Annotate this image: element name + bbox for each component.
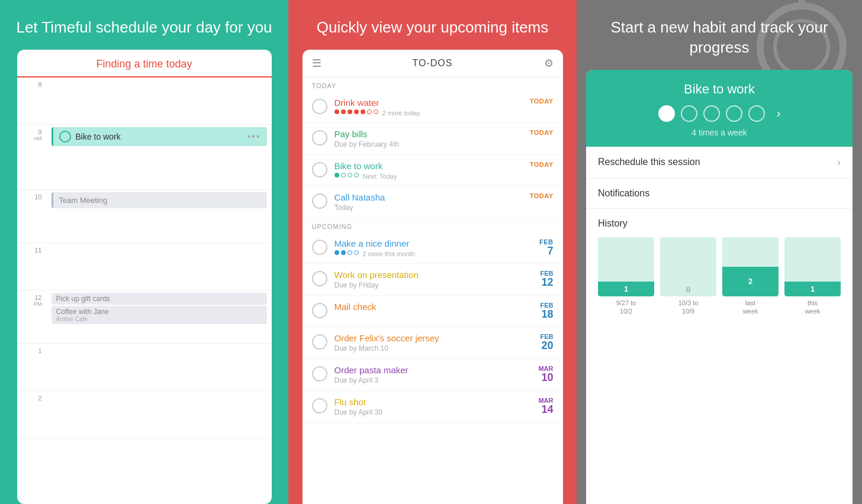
history-week-4: 1 thisweek <box>784 237 841 316</box>
todo-info: Mail check <box>334 302 533 312</box>
todo-flu-shot[interactable]: Flu shot Due by April 30 MAR 14 <box>303 391 563 423</box>
todo-pay-bills[interactable]: Pay bills Due by February 4th TODAY <box>303 123 563 155</box>
todo-name: Make a nice dinner <box>334 238 533 248</box>
todo-info: Make a nice dinner 2 more this month <box>334 238 533 257</box>
todo-dots: 2 more this month <box>334 250 533 257</box>
habit-frequency: 4 times a week <box>598 128 841 137</box>
habit-progress-circles: › <box>598 105 841 122</box>
coffee-event[interactable]: Coffee with Jane Amber Cafe <box>52 306 267 324</box>
schedule-screen: Finding a time today 8 9AM Bike to work … <box>17 50 272 504</box>
panel-habits: Start a new habit and track your progres… <box>577 0 862 504</box>
bar-container-4: 1 <box>784 237 841 296</box>
bike-to-work-event[interactable]: Bike to work ••• <box>52 127 267 146</box>
todo-date: TODAY <box>530 98 554 105</box>
todo-checkbox[interactable] <box>312 334 327 350</box>
todo-call-natasha[interactable]: Call Natasha Today TODAY <box>303 186 563 218</box>
calendar-body: 8 9AM Bike to work ••• 10 <box>17 77 272 438</box>
todo-bike-to-work[interactable]: Bike to work Next: Today TODAY <box>303 155 563 186</box>
todo-name: Order Felix's soccer jersey <box>334 333 533 343</box>
bar-container-3: 2 <box>722 237 779 296</box>
todo-checkbox[interactable] <box>312 162 327 177</box>
time-slot-1: 1 <box>17 344 272 391</box>
reschedule-label: Reschedule this session <box>598 157 837 167</box>
todo-nice-dinner[interactable]: Make a nice dinner 2 more this month FEB… <box>303 232 563 264</box>
time-label-12: 12PM <box>17 290 47 343</box>
todo-info: Order pasta maker Due by April 3 <box>334 365 532 385</box>
todo-date: TODAY <box>530 192 554 199</box>
time-content-11 <box>47 243 272 290</box>
notifications-label: Notifications <box>598 188 649 198</box>
todo-checkbox[interactable] <box>312 271 327 286</box>
time-label-9: 9AM <box>17 125 47 189</box>
menu-icon[interactable]: ☰ <box>312 57 321 70</box>
time-content-1 <box>47 344 272 390</box>
history-section: History 1 9/27 to10/2 0 <box>586 209 853 325</box>
todo-dots: 2 more today <box>334 109 523 117</box>
time-content-2 <box>47 391 272 438</box>
time-label-10: 10 <box>17 190 47 243</box>
todo-name: Work on presentation <box>334 270 533 280</box>
bar-fill-3: 2 <box>722 267 779 296</box>
bar-fill-4: 1 <box>784 282 841 296</box>
time-content-10: Team Meeting <box>47 190 272 243</box>
todo-name: Mail check <box>334 302 533 312</box>
todo-date: FEB 20 <box>541 333 554 352</box>
todo-checkbox[interactable] <box>312 193 327 209</box>
habit-circle-1 <box>658 105 675 122</box>
panel3-title: Start a new habit and track your progres… <box>610 18 828 56</box>
todo-soccer-jersey[interactable]: Order Felix's soccer jersey Due by March… <box>303 327 563 359</box>
todo-info: Bike to work Next: Today <box>334 161 523 180</box>
todo-name: Flu shot <box>334 397 532 407</box>
todo-presentation[interactable]: Work on presentation Due by Friday FEB 1… <box>303 264 563 296</box>
todos-nav-title: TO-DOS <box>321 58 544 69</box>
todo-name: Drink water <box>334 98 523 108</box>
time-label-8: 8 <box>17 77 47 124</box>
panel1-header: Let Timeful schedule your day for you <box>4 0 284 50</box>
reschedule-chevron: › <box>837 156 841 169</box>
reschedule-action[interactable]: Reschedule this session › <box>586 147 853 179</box>
week-label-4: thisweek <box>805 299 821 316</box>
bar-container-2: 0 <box>660 237 716 296</box>
todo-info: Pay bills Due by February 4th <box>334 129 523 148</box>
todo-pasta-maker[interactable]: Order pasta maker Due by April 3 MAR 10 <box>303 359 563 391</box>
todo-checkbox[interactable] <box>312 99 327 114</box>
todos-nav: ☰ TO-DOS ⚙ <box>303 50 563 77</box>
todo-checkbox[interactable] <box>312 366 327 382</box>
todo-date: TODAY <box>530 129 554 136</box>
time-content-9: Bike to work ••• <box>47 125 272 189</box>
todo-name: Call Natasha <box>334 192 523 202</box>
panel1-title: Let Timeful schedule your day for you <box>16 18 272 36</box>
todo-info: Flu shot Due by April 30 <box>334 397 532 416</box>
todo-drink-water[interactable]: Drink water 2 more today TODAY <box>303 92 563 123</box>
time-slot-9: 9AM Bike to work ••• <box>17 125 272 190</box>
team-meeting-event[interactable]: Team Meeting <box>52 192 267 208</box>
settings-icon[interactable]: ⚙ <box>544 57 554 70</box>
week-label-1: 9/27 to10/2 <box>616 299 636 316</box>
todo-info: Order Felix's soccer jersey Due by March… <box>334 333 533 353</box>
todo-name: Bike to work <box>334 161 523 171</box>
gift-cards-title: Pick up gift cards <box>56 295 262 303</box>
schedule-screen-header: Finding a time today <box>17 50 272 77</box>
todo-checkbox[interactable] <box>312 240 327 255</box>
habit-circle-4 <box>726 105 742 122</box>
todo-info: Work on presentation Due by Friday <box>334 270 533 289</box>
todo-name: Order pasta maker <box>334 365 532 375</box>
todo-checkbox[interactable] <box>312 398 327 413</box>
habit-circle-5 <box>748 105 765 122</box>
todo-sub: Due by March 10 <box>334 344 533 353</box>
finding-time-label: Finding a time today <box>29 58 260 70</box>
todo-date: FEB 18 <box>541 302 554 321</box>
todo-checkbox[interactable] <box>312 130 327 146</box>
gift-cards-event[interactable]: Pick up gift cards <box>52 293 267 305</box>
time-slot-12: 12PM Pick up gift cards Coffee with Jane… <box>17 290 272 344</box>
todo-mail-check[interactable]: Mail check FEB 18 <box>303 296 563 327</box>
time-slot-11: 11 <box>17 243 272 290</box>
habit-name: Bike to work <box>598 82 841 97</box>
todo-checkbox[interactable] <box>312 303 327 318</box>
todo-info: Call Natasha Today <box>334 192 523 212</box>
panel2-title: Quickly view your upcoming items <box>317 18 549 36</box>
todo-date: MAR 10 <box>538 365 553 384</box>
notifications-section: Notifications <box>586 179 853 209</box>
todo-dots: Next: Today <box>334 173 523 180</box>
todo-sub: Today <box>334 203 523 212</box>
